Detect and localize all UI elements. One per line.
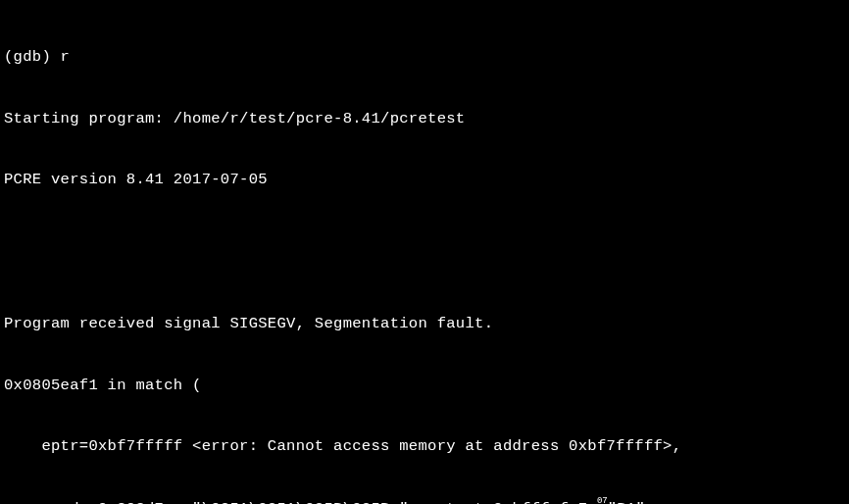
starting-program: Starting program: /home/r/test/pcre-8.41… — [4, 109, 845, 129]
gdb-terminal[interactable]: (gdb) r Starting program: /home/r/test/p… — [0, 0, 849, 504]
signal-message: Program received signal SIGSEGV, Segment… — [4, 314, 845, 334]
pcre-version: PCRE version 8.41 2017-07-05 — [4, 170, 845, 190]
subscript-icon: 0728 — [597, 496, 608, 504]
frame-location: 0x0805eaf1 in match ( — [4, 376, 845, 396]
frame-args: ecode=0x808d7ce "\035A\035A\035B\035Bx",… — [4, 498, 845, 504]
frame-args: eptr=0xbf7fffff <error: Cannot access me… — [4, 436, 845, 457]
gdb-prompt-run: (gdb) r — [4, 47, 845, 68]
